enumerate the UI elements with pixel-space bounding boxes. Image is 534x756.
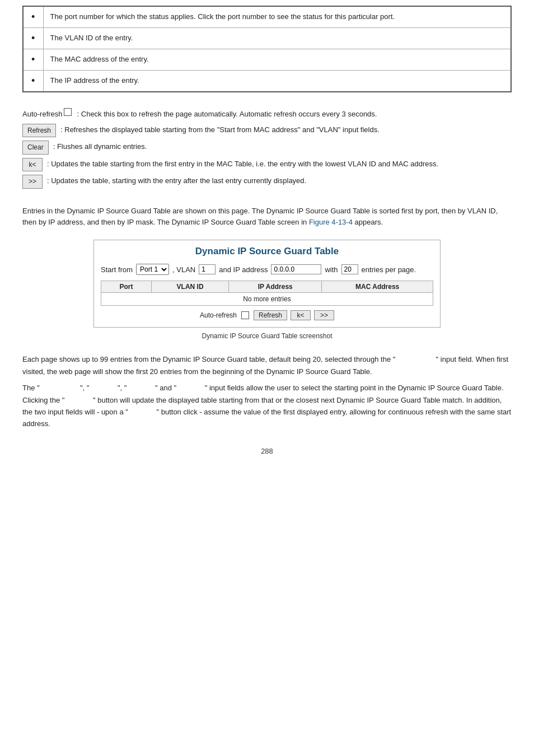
- bottom-para2: The " ", " ", " " and " " input fields a…: [22, 382, 512, 430]
- auto-refresh-checkbox[interactable]: [64, 108, 72, 116]
- no-entries-cell: No more entries: [101, 293, 433, 306]
- ip-input[interactable]: [271, 264, 321, 274]
- auto-refresh-desc: : Check this box to refresh the page aut…: [77, 108, 377, 120]
- table-row: • The VLAN ID of the entry.: [23, 28, 511, 49]
- col-port: Port: [101, 281, 152, 293]
- vlan-input[interactable]: [199, 264, 216, 274]
- bottom-para2-part3: ", ": [118, 384, 127, 392]
- screenshot-caption: Dynamic IP Source Guard Table screenshot: [22, 332, 512, 340]
- bullet-cell: •: [23, 6, 43, 28]
- start-from-label: Start from: [101, 265, 133, 274]
- screenshot-footer: Auto-refresh Refresh k< >>: [101, 310, 433, 320]
- port-select[interactable]: Port 1: [136, 264, 169, 275]
- screenshot-table-header: Port VLAN ID IP Address MAC Address: [101, 281, 433, 293]
- bottom-para1-part1: Each page shows up to 99 entries from th…: [22, 355, 395, 363]
- text-cell: The VLAN ID of the entry.: [43, 28, 511, 49]
- footer-auto-refresh-checkbox[interactable]: [241, 311, 249, 319]
- bottom-para2-blank2: [89, 384, 118, 392]
- bottom-para2-part2: ", ": [80, 384, 89, 392]
- ip-label: and IP address: [219, 265, 268, 274]
- refresh-desc-row: Refresh : Refreshes the displayed table …: [22, 124, 512, 137]
- bullet-cell: •: [23, 71, 43, 92]
- refresh-desc: : Refreshes the displayed table starting…: [60, 124, 512, 136]
- kk-desc: : Updates the table starting from the fi…: [47, 158, 512, 170]
- refresh-button[interactable]: Refresh: [22, 124, 56, 137]
- bottom-para2-blank3: [127, 384, 155, 392]
- intro-text: Entries in the Dynamic IP Source Guard T…: [22, 206, 512, 229]
- button-descriptions: Auto-refresh : Check this box to refresh…: [22, 108, 512, 189]
- bullet-cell: •: [23, 49, 43, 71]
- next-desc: : Updates the table, starting with the e…: [47, 175, 512, 187]
- kk-desc-row: k< : Updates the table starting from the…: [22, 158, 512, 171]
- col-vlan-id: VLAN ID: [152, 281, 229, 293]
- table-row: • The MAC address of the entry.: [23, 49, 511, 71]
- screenshot-controls: Start from Port 1 , VLAN and IP address …: [101, 264, 433, 275]
- intro-text-part1: Entries in the Dynamic IP Source Guard T…: [22, 207, 498, 227]
- bottom-para2-part4: " and ": [155, 384, 176, 392]
- bottom-para1-blank: [395, 355, 435, 363]
- screenshot-container: Dynamic IP Source Guard Table Start from…: [93, 240, 441, 328]
- with-label: with: [325, 265, 338, 274]
- figure-link[interactable]: Figure 4-13-4: [309, 218, 353, 226]
- intro-para: Entries in the Dynamic IP Source Guard T…: [22, 206, 512, 229]
- with-input[interactable]: [341, 264, 358, 274]
- text-cell: The IP address of the entry.: [43, 71, 511, 92]
- clear-button[interactable]: Clear: [22, 141, 49, 154]
- clear-desc-row: Clear : Flushes all dynamic entries.: [22, 141, 512, 154]
- page-number: 288: [22, 447, 512, 455]
- bottom-para1: Each page shows up to 99 entries from th…: [22, 353, 512, 377]
- entries-label: entries per page.: [362, 265, 416, 274]
- auto-refresh-label: Auto-refresh: [22, 108, 63, 120]
- table-row: • The port number for which the status a…: [23, 6, 511, 28]
- footer-next-btn[interactable]: >>: [314, 310, 334, 320]
- next-button[interactable]: >>: [22, 175, 43, 188]
- table-row: • The IP address of the entry.: [23, 71, 511, 92]
- col-ip-address: IP Address: [229, 281, 322, 293]
- bottom-para2-blank1: [40, 384, 80, 392]
- bullet-cell: •: [23, 28, 43, 49]
- bottom-text-section: Each page shows up to 99 entries from th…: [22, 353, 512, 430]
- footer-kk-btn[interactable]: k<: [291, 310, 311, 320]
- bottom-para2-blank4: [176, 384, 205, 392]
- bottom-para2-blank6: [128, 408, 157, 416]
- vlan-label: , VLAN: [172, 265, 195, 274]
- auto-refresh-row: Auto-refresh : Check this box to refresh…: [22, 108, 512, 120]
- bottom-para2-blank5: [64, 396, 93, 404]
- text-cell: The MAC address of the entry.: [43, 49, 511, 71]
- info-table: • The port number for which the status a…: [22, 6, 512, 92]
- no-entries-row: No more entries: [101, 293, 433, 306]
- clear-desc: : Flushes all dynamic entries.: [53, 141, 512, 153]
- screenshot-table: Port VLAN ID IP Address MAC Address No m…: [101, 281, 433, 306]
- screenshot-title: Dynamic IP Source Guard Table: [101, 246, 433, 257]
- intro-text-part2: appears.: [353, 218, 383, 226]
- next-desc-row: >> : Updates the table, starting with th…: [22, 175, 512, 188]
- footer-refresh-btn[interactable]: Refresh: [254, 310, 287, 320]
- kk-button[interactable]: k<: [22, 158, 43, 171]
- bottom-para2-part1: The ": [22, 384, 40, 392]
- footer-auto-refresh-label: Auto-refresh: [200, 311, 237, 319]
- text-cell: The port number for which the status app…: [43, 6, 511, 28]
- col-mac-address: MAC Address: [322, 281, 433, 293]
